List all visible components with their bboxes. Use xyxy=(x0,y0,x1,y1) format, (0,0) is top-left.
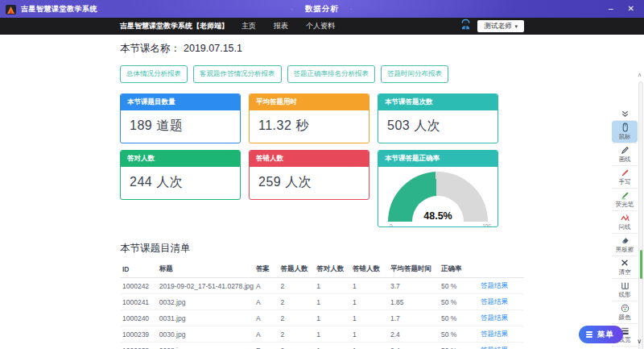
caret-down-icon: ▾ xyxy=(514,23,518,30)
cell-4: 1 xyxy=(314,294,350,310)
cell-0: 1000240 xyxy=(120,310,157,326)
tool-label: 手写 xyxy=(619,178,631,186)
table-row: 10002380028.jpgR2112.450 %答题结果 xyxy=(120,343,524,349)
nav-item-reports[interactable]: 报表 xyxy=(274,21,288,31)
tool-label: 清空 xyxy=(619,268,631,276)
cell-5: 1 xyxy=(350,294,388,310)
tool-label: 线形 xyxy=(619,291,631,299)
col-action xyxy=(478,261,524,278)
cell-6: 3.7 xyxy=(388,278,439,294)
cell-5: 1 xyxy=(350,278,388,294)
report-ranking-button[interactable]: 答题正确率排名分析报表 xyxy=(287,65,376,83)
card-title: 答错人数 xyxy=(250,151,369,167)
cell-7: 50 % xyxy=(439,294,478,310)
tool-dashed-line[interactable]: 问线 xyxy=(612,210,638,233)
card-value: 503 人次 xyxy=(378,110,497,142)
tool-mouse[interactable]: 鼠标 xyxy=(612,120,638,143)
window-controls: – ✕ xyxy=(609,5,644,13)
menu-button-label: 菜单 xyxy=(597,330,614,340)
tool-label: 问线 xyxy=(619,223,631,231)
cell-2: A xyxy=(254,294,279,310)
tool-draw-line[interactable]: 画线 xyxy=(612,143,638,165)
color-palette-icon xyxy=(621,303,630,313)
report-overall-button[interactable]: 总体情况分析报表 xyxy=(120,65,188,83)
cell-action: 答题结果 xyxy=(478,343,524,349)
cell-action: 答题结果 xyxy=(478,326,524,343)
tool-opacity[interactable]: 透明度 xyxy=(612,346,638,349)
tool-handwrite[interactable]: 手写 xyxy=(612,165,638,188)
tool-highlighter[interactable]: 荧光笔 xyxy=(612,188,638,210)
cell-2: A xyxy=(254,310,279,326)
cell-2: A xyxy=(254,326,279,343)
stat-cards: 本节课题目数量 189 道题 平均答题用时 11.32 秒 本节课答题次数 50… xyxy=(120,93,524,227)
card-value: 189 道题 xyxy=(121,110,240,142)
line-shape-icon xyxy=(621,280,630,290)
cell-1: 0030.jpg xyxy=(157,326,254,343)
cell-2: A xyxy=(254,278,279,294)
card-title: 本节课答题次数 xyxy=(378,94,497,110)
toolbar-collapse[interactable] xyxy=(612,107,638,120)
window-titlebar: 吉星智慧课堂教学系统 ·数据分析· – ✕ xyxy=(0,0,644,18)
tool-clear[interactable]: 清空 xyxy=(612,256,638,278)
highlighter-icon xyxy=(621,190,630,200)
collapse-toolbar-icon xyxy=(621,109,630,118)
user-menu-button[interactable]: 测试老师 ▾ xyxy=(477,20,524,32)
col-title: 标题 xyxy=(157,261,254,278)
clear-x-icon xyxy=(621,258,629,268)
card-title: 本节课答题正确率 xyxy=(378,151,497,167)
table-row: 10002390030.jpgA2112.450 %答题结果 xyxy=(120,326,524,343)
accuracy-gauge: 48.5% 0 100 xyxy=(388,172,488,222)
cell-3: 2 xyxy=(279,343,315,349)
card-wrong-count: 答错人数 259 人次 xyxy=(249,150,369,200)
close-button[interactable]: ✕ xyxy=(628,5,634,13)
scroll-up-arrow-icon[interactable]: ∧ xyxy=(638,72,642,78)
card-avg-time: 平均答题用时 11.32 秒 xyxy=(249,93,369,143)
tool-line-shape[interactable]: 线形 xyxy=(612,278,638,301)
gauge-min-label: 0 xyxy=(390,223,393,227)
col-avg-time: 平均答题时间 xyxy=(388,261,439,278)
tool-color[interactable]: 颜色 xyxy=(612,301,638,323)
lesson-name-value: 2019.07.15.1 xyxy=(184,43,242,54)
cell-6: 2.4 xyxy=(388,343,439,349)
scroll-down-arrow-icon[interactable]: ∨ xyxy=(637,338,642,345)
nav-item-home[interactable]: 主页 xyxy=(242,21,256,31)
card-accuracy-gauge: 本节课答题正确率 48.5% 0 100 xyxy=(378,150,498,227)
scrollbar-thumb[interactable] xyxy=(640,250,643,279)
cell-6: 2.4 xyxy=(388,326,439,343)
cell-6: 1.7 xyxy=(388,310,439,326)
minimize-button[interactable]: – xyxy=(609,5,613,13)
report-objective-button[interactable]: 客观题作答情况分析报表 xyxy=(193,65,282,83)
cell-0: 1000242 xyxy=(120,278,157,294)
menu-button[interactable]: 菜单 xyxy=(579,326,623,343)
answer-result-link[interactable]: 答题结果 xyxy=(481,346,508,349)
col-accuracy: 正确率 xyxy=(439,261,478,278)
answer-result-link[interactable]: 答题结果 xyxy=(481,314,508,322)
navbar-brand: 吉星智慧课堂教学系统【老师端】 xyxy=(120,21,229,31)
card-title: 本节课题目数量 xyxy=(121,94,240,110)
cell-action: 答题结果 xyxy=(478,310,524,326)
cell-0: 1000239 xyxy=(120,326,157,343)
cell-4: 1 xyxy=(314,326,350,343)
report-time-dist-button[interactable]: 答题时间分布报表 xyxy=(381,65,448,83)
table-title: 本节课题目清单 xyxy=(120,242,524,256)
table-header-row: ID 标题 答案 答题人数 答对人数 答错人数 平均答题时间 正确率 xyxy=(120,261,524,278)
nav-item-profile[interactable]: 个人资料 xyxy=(306,21,335,31)
cell-5: 1 xyxy=(350,310,388,326)
scrollbar-track[interactable] xyxy=(638,81,643,349)
user-avatar xyxy=(460,19,472,34)
cell-5: 1 xyxy=(350,343,388,349)
answer-result-link[interactable]: 答题结果 xyxy=(481,281,508,289)
gauge-max-label: 100 xyxy=(482,223,491,227)
answer-result-link[interactable]: 答题结果 xyxy=(481,330,508,338)
cell-4: 1 xyxy=(314,310,350,326)
col-wrong: 答错人数 xyxy=(350,261,388,278)
handwrite-pen-icon xyxy=(621,168,630,177)
report-buttons: 总体情况分析报表 客观题作答情况分析报表 答题正确率排名分析报表 答题时间分布报… xyxy=(120,65,524,83)
zigzag-line-icon xyxy=(621,213,630,222)
cell-1: 0031.jpg xyxy=(157,310,254,326)
draw-line-icon xyxy=(621,145,630,155)
navbar: 吉星智慧课堂教学系统【老师端】 主页 报表 个人资料 测试老师 ▾ xyxy=(0,18,644,35)
answer-result-link[interactable]: 答题结果 xyxy=(481,297,508,305)
gauge-value: 48.5% xyxy=(423,210,452,222)
tool-eraser[interactable]: 黑板擦 xyxy=(612,233,638,256)
